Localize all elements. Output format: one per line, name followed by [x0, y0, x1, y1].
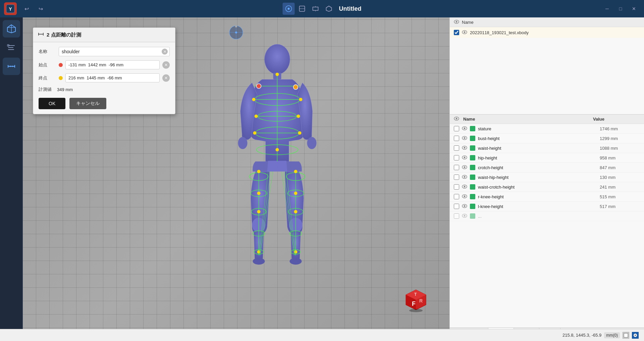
props-col-value-header: Value	[593, 117, 633, 122]
sidebar-measure-btn[interactable]	[3, 58, 20, 75]
prop-value-waist-crotch-height: 241 mm	[600, 185, 640, 190]
svg-text:F: F	[412, 300, 416, 307]
prop-color-crotch-height	[470, 165, 475, 170]
svg-text:Y: Y	[9, 6, 12, 12]
svg-point-68	[294, 170, 298, 173]
cancel-button[interactable]: キャンセル	[69, 98, 106, 109]
prop-eye-bust-height[interactable]	[462, 136, 467, 141]
view-mode-btn-1[interactable]	[283, 3, 295, 15]
prop-color-bust-height	[470, 136, 475, 141]
prop-value-waist-height: 1088 mm	[600, 146, 640, 151]
name-clear-button[interactable]: ✕	[162, 49, 168, 55]
calc-label: 計測値	[39, 86, 52, 92]
prop-color-partial	[470, 213, 475, 219]
prop-color-waist-crotch-height	[470, 184, 475, 190]
coords-text: 215.8, 1445.3, -65.9	[562, 333, 601, 338]
sidebar-3d-view-btn[interactable]	[3, 20, 20, 38]
prop-eye-l-knee-height[interactable]	[462, 204, 467, 209]
svg-point-3	[288, 8, 290, 10]
prop-checkbox-l-knee-height[interactable]	[454, 204, 459, 209]
svg-point-110	[464, 176, 466, 178]
svg-point-26	[235, 25, 237, 27]
center-toolbar: Untitled	[283, 3, 362, 15]
statusbar: 215.8, 1445.3, -65.9 mm(0)	[0, 329, 644, 341]
prop-checkbox-hip-height[interactable]	[454, 155, 459, 160]
prop-name-crotch-height: crotch-height	[478, 165, 597, 170]
maximize-button[interactable]: □	[614, 3, 627, 15]
ok-button[interactable]: OK	[39, 98, 65, 109]
start-clear-button[interactable]: ✕	[162, 61, 170, 69]
view-mode-btn-3[interactable]	[310, 3, 322, 15]
file-eye-icon[interactable]	[462, 30, 467, 35]
prop-value-hip-height: 958 mm	[600, 155, 640, 160]
props-header: Name Value	[450, 115, 644, 124]
prop-row-crotch-height: crotch-height 847 mm	[450, 163, 644, 173]
svg-point-94	[456, 21, 458, 23]
svg-point-61	[299, 98, 303, 101]
prop-color-r-knee-height	[470, 194, 475, 199]
svg-point-35	[290, 258, 302, 265]
status-icon-2[interactable]	[632, 332, 639, 339]
viewport[interactable]: T	[23, 17, 449, 341]
left-sidebar	[0, 17, 23, 341]
prop-row-waist-crotch-height: waist-crotch-height 241 mm	[450, 182, 644, 192]
prop-row-partial: ...	[450, 211, 644, 221]
prop-eye-r-knee-height[interactable]	[462, 194, 467, 199]
prop-value-l-knee-height: 517 mm	[600, 204, 640, 209]
prop-checkbox-crotch-height[interactable]	[454, 165, 459, 170]
svg-marker-9	[326, 6, 332, 11]
props-scroll[interactable]: stature 1746 mm bust-height 1299 mm	[450, 124, 644, 328]
svg-point-106	[464, 156, 466, 158]
end-clear-button[interactable]: ✕	[162, 74, 170, 82]
prop-row-waist-height: waist-height 1088 mm	[450, 143, 644, 153]
svg-point-104	[464, 147, 466, 148]
start-label: 始点	[39, 62, 56, 68]
undo-button[interactable]: ↩	[21, 3, 32, 14]
view-mode-btn-2[interactable]	[296, 3, 308, 15]
name-input[interactable]	[59, 47, 170, 56]
window-title: Untitled	[339, 5, 362, 12]
prop-eye-crotch-height[interactable]	[462, 165, 467, 170]
prop-name-l-knee-height: l-knee-height	[478, 204, 597, 209]
prop-eye-hip-height[interactable]	[462, 155, 467, 160]
prop-eye-stature[interactable]	[462, 126, 467, 131]
svg-point-57	[276, 73, 279, 76]
prop-checkbox-r-knee-height[interactable]	[454, 194, 459, 199]
prop-eye-waist-crotch-height[interactable]	[462, 185, 467, 190]
prop-row-bust-height: bust-height 1299 mm	[450, 134, 644, 143]
human-figure	[219, 38, 336, 282]
view-mode-btn-4[interactable]	[323, 3, 335, 15]
prop-color-stature	[470, 126, 475, 131]
svg-point-67	[257, 170, 261, 173]
svg-point-30	[238, 137, 248, 149]
prop-checkbox-stature[interactable]	[454, 126, 459, 131]
prop-checkbox-bust-height[interactable]	[454, 136, 459, 141]
file-checkbox[interactable]	[454, 30, 459, 35]
redo-button[interactable]: ↪	[35, 3, 46, 14]
status-icon-1[interactable]	[623, 332, 629, 339]
svg-point-65	[298, 131, 302, 135]
prop-name-waist-height: waist-height	[478, 146, 597, 151]
prop-checkbox-partial[interactable]	[454, 213, 459, 219]
prop-value-crotch-height: 847 mm	[600, 165, 640, 170]
dialog-body: 名称 ✕ 始点 ✕ 終点 ✕	[33, 42, 175, 114]
file-section: Name 20220118_193021_test.xbody	[450, 17, 644, 115]
end-input[interactable]	[65, 73, 160, 82]
svg-rect-15	[8, 49, 14, 50]
sidebar-properties-btn[interactable]	[3, 39, 20, 56]
svg-point-63	[297, 115, 300, 118]
svg-point-121	[635, 335, 636, 336]
prop-eye-partial[interactable]	[462, 214, 467, 219]
prop-eye-waist-height[interactable]	[462, 146, 467, 151]
cube-navigator[interactable]: F R T	[402, 286, 429, 314]
prop-eye-waist-hip-height[interactable]	[462, 175, 467, 180]
right-panel: Name 20220118_193021_test.xbody	[449, 17, 644, 341]
start-input[interactable]	[65, 60, 160, 69]
close-button[interactable]: ✕	[628, 3, 640, 15]
prop-checkbox-waist-crotch-height[interactable]	[454, 184, 459, 190]
prop-name-hip-height: hip-height	[478, 155, 597, 160]
prop-checkbox-waist-hip-height[interactable]	[454, 175, 459, 180]
prop-checkbox-waist-height[interactable]	[454, 145, 459, 151]
minimize-button[interactable]: ─	[601, 3, 613, 15]
prop-name-waist-crotch-height: waist-crotch-height	[478, 185, 597, 190]
